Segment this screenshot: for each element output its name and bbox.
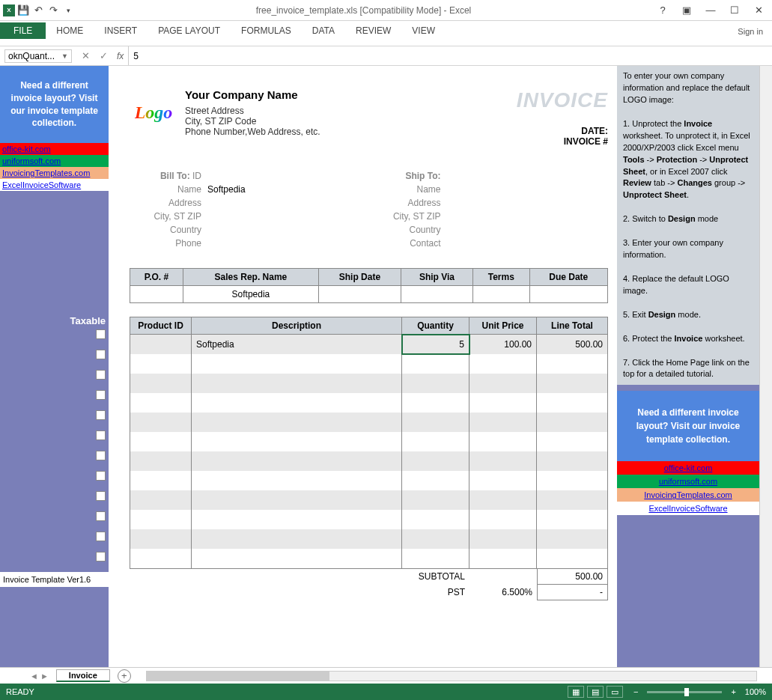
link-office-kit[interactable]: office-kit.com bbox=[0, 143, 109, 155]
redo-icon[interactable]: ↷ bbox=[46, 4, 60, 17]
taxable-checkbox[interactable] bbox=[96, 491, 106, 501]
date-label: DATE: bbox=[517, 126, 608, 136]
taxable-checkbox[interactable] bbox=[96, 370, 106, 380]
file-tab[interactable]: FILE bbox=[0, 22, 46, 39]
po-header: Due Date bbox=[529, 269, 607, 286]
chevron-down-icon[interactable]: ▼ bbox=[61, 52, 68, 60]
titlebar: X 💾 ↶ ↷ ▾ free_invoice_template.xls [Com… bbox=[0, 0, 772, 21]
page-break-view-icon[interactable]: ▭ bbox=[607, 686, 623, 698]
link-excelinvoicesoftware[interactable]: ExcelInvoiceSoftware bbox=[0, 179, 109, 191]
zoom-out-button[interactable]: − bbox=[630, 687, 641, 696]
taxable-checkbox[interactable] bbox=[96, 451, 106, 460]
status-bar: READY ▦ ▤ ▭ − + 100% bbox=[0, 684, 772, 700]
po-header: Ship Via bbox=[401, 269, 472, 286]
table-row[interactable] bbox=[130, 529, 608, 549]
ribbon-options-icon[interactable]: ▣ bbox=[679, 4, 694, 16]
po-table[interactable]: P.O. # Sales Rep. Name Ship Date Ship Vi… bbox=[130, 268, 608, 303]
link-uniformsoft[interactable]: uniformsoft.com bbox=[0, 155, 109, 167]
maximize-icon[interactable]: ☐ bbox=[727, 4, 742, 16]
link-excelinvoicesoftware[interactable]: ExcelInvoiceSoftware bbox=[617, 502, 759, 515]
tab-data[interactable]: DATA bbox=[302, 22, 345, 39]
invoice-title: INVOICE bbox=[517, 88, 608, 112]
undo-icon[interactable]: ↶ bbox=[31, 4, 45, 17]
table-row[interactable] bbox=[130, 413, 608, 432]
formula-input[interactable]: 5 bbox=[128, 46, 772, 65]
table-row[interactable] bbox=[130, 451, 608, 471]
table-row[interactable] bbox=[130, 549, 608, 568]
po-header: Sales Rep. Name bbox=[183, 269, 318, 286]
table-row[interactable] bbox=[130, 393, 608, 413]
qat-customize-icon[interactable]: ▾ bbox=[61, 4, 75, 17]
link-office-kit[interactable]: office-kit.com bbox=[617, 461, 759, 475]
window-title: free_invoice_template.xls [Compatibility… bbox=[78, 5, 649, 16]
table-row[interactable] bbox=[130, 510, 608, 529]
zoom-level[interactable]: 100% bbox=[745, 687, 766, 696]
cancel-icon[interactable]: ✕ bbox=[76, 50, 94, 61]
tab-insert[interactable]: INSERT bbox=[94, 22, 148, 39]
taxable-checkbox[interactable] bbox=[96, 329, 106, 339]
table-row[interactable] bbox=[130, 354, 608, 374]
items-table[interactable]: Product ID Description Quantity Unit Pri… bbox=[130, 317, 608, 568]
po-row[interactable]: Softpedia bbox=[130, 286, 608, 303]
signin-link[interactable]: Sign in bbox=[729, 24, 772, 39]
page-layout-view-icon[interactable]: ▤ bbox=[587, 686, 604, 698]
name-box-value: oknQuant... bbox=[8, 51, 55, 61]
active-cell: 5 bbox=[402, 335, 469, 354]
promo-box-right[interactable]: Need a different invoice layout? Visit o… bbox=[617, 391, 759, 461]
name-box[interactable]: oknQuant... ▼ bbox=[4, 49, 72, 63]
sheet-tab-bar: ◄ ► Invoice + bbox=[0, 667, 772, 684]
collapsed-ribbon bbox=[0, 39, 772, 46]
table-row[interactable] bbox=[130, 432, 608, 451]
taxable-checkbox[interactable] bbox=[96, 532, 106, 541]
taxable-checkbox[interactable] bbox=[96, 430, 106, 440]
zoom-slider[interactable] bbox=[647, 691, 722, 693]
table-row[interactable] bbox=[130, 374, 608, 393]
sheet-nav[interactable]: ◄ ► bbox=[22, 672, 56, 681]
normal-view-icon[interactable]: ▦ bbox=[568, 686, 584, 698]
link-invoicingtemplates[interactable]: InvoicingTemplates.com bbox=[617, 488, 759, 502]
link-uniformsoft[interactable]: uniformsoft.com bbox=[617, 475, 759, 488]
excel-icon[interactable]: X bbox=[3, 4, 15, 16]
table-row[interactable] bbox=[130, 490, 608, 510]
close-icon[interactable]: ✕ bbox=[751, 4, 766, 16]
tab-review[interactable]: REVIEW bbox=[345, 22, 401, 39]
taxable-checkbox[interactable] bbox=[96, 350, 106, 359]
minimize-icon[interactable]: — bbox=[703, 4, 718, 16]
tab-home[interactable]: HOME bbox=[46, 22, 94, 39]
horizontal-scrollbar[interactable] bbox=[146, 671, 757, 681]
company-name[interactable]: Your Company Name bbox=[185, 88, 517, 101]
enter-icon[interactable]: ✓ bbox=[94, 50, 112, 61]
add-sheet-button[interactable]: + bbox=[118, 669, 131, 683]
po-header: Terms bbox=[473, 269, 530, 286]
taxable-checkbox[interactable] bbox=[96, 390, 106, 400]
taxable-checkbox[interactable] bbox=[96, 471, 106, 481]
logo-image[interactable]: Logo bbox=[130, 88, 177, 136]
help-icon[interactable]: ? bbox=[655, 4, 670, 16]
bill-to-header: Bill To: bbox=[160, 171, 190, 181]
taxable-checkboxes bbox=[0, 326, 109, 561]
tab-page-layout[interactable]: PAGE LAYOUT bbox=[148, 22, 231, 39]
promo-box-left[interactable]: Need a different invoice layout? Visit o… bbox=[0, 66, 109, 143]
company-city[interactable]: City, ST ZIP Code bbox=[185, 116, 517, 127]
sheet-tab-invoice[interactable]: Invoice bbox=[56, 669, 110, 682]
version-label: Invoice Template Ver1.6 bbox=[0, 572, 109, 587]
taxable-checkbox[interactable] bbox=[96, 511, 106, 521]
taxable-checkbox[interactable] bbox=[96, 552, 106, 561]
bill-to-name[interactable]: Softpedia bbox=[207, 184, 246, 195]
vertical-scrollbar[interactable] bbox=[759, 66, 772, 667]
zoom-in-button[interactable]: + bbox=[728, 687, 738, 696]
company-street[interactable]: Street Address bbox=[185, 106, 517, 116]
table-row[interactable] bbox=[130, 471, 608, 490]
taxable-checkbox[interactable] bbox=[96, 410, 106, 420]
tab-view[interactable]: VIEW bbox=[401, 22, 446, 39]
save-icon[interactable]: 💾 bbox=[16, 4, 30, 17]
link-invoicingtemplates[interactable]: InvoicingTemplates.com bbox=[0, 167, 109, 179]
status-ready: READY bbox=[6, 687, 568, 696]
right-sidebar: To enter your own company information an… bbox=[617, 66, 759, 667]
table-row[interactable]: Softpedia 5 100.00 500.00 bbox=[130, 335, 608, 354]
fx-icon[interactable]: fx bbox=[112, 51, 128, 61]
company-contact[interactable]: Phone Number,Web Address, etc. bbox=[185, 127, 517, 137]
invoice-sheet[interactable]: Logo Your Company Name Street Address Ci… bbox=[109, 66, 617, 667]
ribbon-tabs: FILE HOME INSERT PAGE LAYOUT FORMULAS DA… bbox=[0, 21, 772, 39]
tab-formulas[interactable]: FORMULAS bbox=[231, 22, 302, 39]
